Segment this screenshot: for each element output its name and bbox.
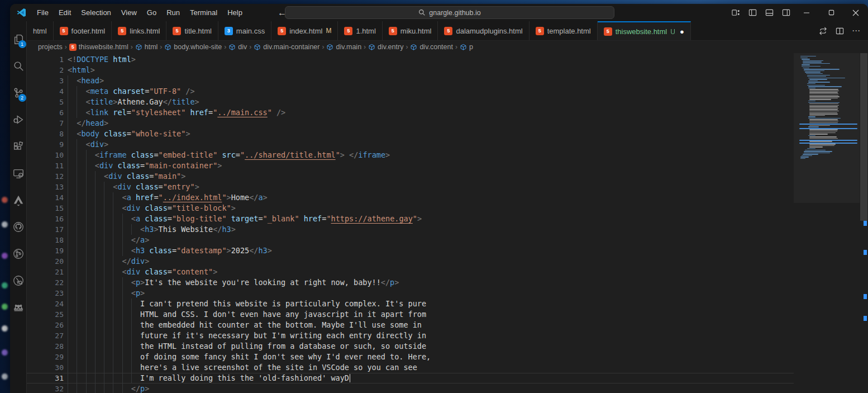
code-line-29[interactable]: of doing some fancy shit I don't see why… bbox=[68, 352, 794, 362]
line-number[interactable]: 5 bbox=[27, 97, 68, 107]
menu-file[interactable]: File bbox=[32, 4, 54, 21]
code-line-19[interactable]: <h3 class="datestamp">2025</h3> bbox=[68, 245, 794, 256]
line-number[interactable]: 16 bbox=[27, 214, 68, 224]
code-line-3[interactable]: <head> bbox=[68, 75, 794, 86]
line-number[interactable]: 21 bbox=[27, 267, 68, 277]
breadcrumb-item-div.main-container[interactable]: div.main-container bbox=[254, 43, 319, 51]
activity-item-search[interactable] bbox=[10, 53, 27, 79]
activity-item-explorer[interactable]: 1 bbox=[10, 26, 27, 53]
line-number[interactable]: 2 bbox=[27, 65, 68, 75]
minimize-button[interactable] bbox=[794, 4, 819, 21]
activity-item-custom-a-extension[interactable] bbox=[10, 187, 27, 214]
code-line-2[interactable]: <html> bbox=[68, 65, 794, 75]
code-region[interactable]: 1234567891011121314151617181920212223242… bbox=[27, 53, 794, 393]
code-line-27[interactable]: future if it's necessary but I'm writing… bbox=[68, 330, 794, 341]
code-line-11[interactable]: <div class="main-container"> bbox=[68, 160, 794, 171]
line-number[interactable]: 28 bbox=[27, 341, 68, 352]
code-line-21[interactable]: <div class="content"> bbox=[68, 267, 794, 277]
maximize-button[interactable] bbox=[819, 4, 843, 21]
code-line-13[interactable]: <div class="entry"> bbox=[68, 182, 794, 192]
code-line-15[interactable]: <div class="title-block"> bbox=[68, 203, 794, 214]
tab-footer.html[interactable]: 5footer.html bbox=[54, 21, 112, 40]
code-line-1[interactable]: <!DOCTYPE html> bbox=[68, 54, 794, 65]
breadcrumb-item-div.content[interactable]: div.content bbox=[410, 43, 453, 51]
minimap[interactable] bbox=[794, 53, 860, 393]
activity-item-source-control[interactable]: 2 bbox=[10, 79, 27, 106]
code-line-8[interactable]: <body class="whole-site"> bbox=[68, 129, 794, 139]
line-number[interactable]: 31 bbox=[27, 373, 68, 383]
line-number[interactable]: 8 bbox=[27, 129, 68, 139]
toggle-panel-icon[interactable] bbox=[761, 4, 778, 21]
line-number[interactable]: 30 bbox=[27, 362, 68, 373]
breadcrumb-item-html[interactable]: html bbox=[135, 43, 158, 51]
activity-item-extensions[interactable] bbox=[10, 133, 27, 160]
tab-index.html[interactable]: 5index.htmlM bbox=[271, 21, 338, 40]
line-number[interactable]: 20 bbox=[27, 256, 68, 267]
line-number-gutter[interactable]: 1234567891011121314151617181920212223242… bbox=[27, 53, 68, 393]
code-line-25[interactable]: HTML and CSS. I don't even have any java… bbox=[68, 309, 794, 320]
menu-go[interactable]: Go bbox=[142, 4, 161, 21]
menu-edit[interactable]: Edit bbox=[54, 4, 76, 21]
menu-selection[interactable]: Selection bbox=[76, 4, 116, 21]
line-number[interactable]: 3 bbox=[27, 75, 68, 86]
code-line-17[interactable]: <h3>This Website</h3> bbox=[68, 224, 794, 235]
code-line-12[interactable]: <div class="main"> bbox=[68, 171, 794, 182]
close-button[interactable] bbox=[843, 4, 868, 21]
code-line-23[interactable]: <p> bbox=[68, 288, 794, 299]
toggle-primary-sidebar-icon[interactable] bbox=[744, 4, 761, 21]
line-number[interactable]: 12 bbox=[27, 171, 68, 182]
line-number[interactable]: 19 bbox=[27, 245, 68, 256]
code-content[interactable]: <!DOCTYPE html><html><head><meta charset… bbox=[68, 53, 794, 393]
breadcrumb-item-div.entry[interactable]: div.entry bbox=[368, 43, 403, 51]
breadcrumb-item-div[interactable]: div bbox=[228, 43, 247, 51]
line-number[interactable]: 9 bbox=[27, 139, 68, 150]
code-line-30[interactable]: here's a live screenshot of the site in … bbox=[68, 362, 794, 373]
code-line-7[interactable]: </head> bbox=[68, 118, 794, 129]
unsaved-dot-icon[interactable]: ● bbox=[680, 27, 684, 36]
line-number[interactable]: 22 bbox=[27, 277, 68, 288]
code-line-10[interactable]: <iframe class="embed-title" src="../shar… bbox=[68, 150, 794, 160]
tab-1.html[interactable]: 51.html bbox=[338, 21, 382, 40]
line-number[interactable]: 14 bbox=[27, 192, 68, 203]
code-line-16[interactable]: <a class="blog-title" target="_blank" hr… bbox=[68, 214, 794, 224]
line-number[interactable]: 1 bbox=[27, 54, 68, 65]
menu-run[interactable]: Run bbox=[161, 4, 185, 21]
code-line-14[interactable]: <a href="../index.html">Home</a> bbox=[68, 192, 794, 203]
code-line-18[interactable]: </a> bbox=[68, 235, 794, 245]
line-number[interactable]: 15 bbox=[27, 203, 68, 214]
line-number[interactable]: 17 bbox=[27, 224, 68, 235]
code-line-6[interactable]: <link rel="stylesheet" href="../main.css… bbox=[68, 107, 794, 118]
breadcrumb-item-body.whole-site[interactable]: body.whole-site bbox=[164, 43, 222, 51]
breadcrumb-item-div.main[interactable]: div.main bbox=[326, 43, 361, 51]
tab-main.css[interactable]: 3main.css bbox=[218, 21, 271, 40]
command-center-search[interactable]: gnargle.github.io bbox=[285, 6, 614, 19]
open-changes-icon[interactable] bbox=[815, 23, 830, 38]
activity-item-run-debug[interactable] bbox=[10, 106, 27, 133]
editor-scrollbar[interactable] bbox=[860, 53, 868, 393]
line-number[interactable]: 13 bbox=[27, 182, 68, 192]
tab-dalamudplugins.html[interactable]: 5dalamudplugins.html bbox=[438, 21, 529, 40]
line-number[interactable]: 32 bbox=[27, 383, 68, 393]
code-line-22[interactable]: <p>It's the website you're looking at ri… bbox=[68, 277, 794, 288]
menu-view[interactable]: View bbox=[116, 4, 142, 21]
breadcrumb-item-p[interactable]: p bbox=[460, 43, 473, 51]
line-number[interactable]: 27 bbox=[27, 330, 68, 341]
tab-links.html[interactable]: 5links.html bbox=[112, 21, 166, 40]
breadcrumb-item-thiswebsite.html[interactable]: 5thiswebsite.html bbox=[69, 43, 128, 51]
code-line-32[interactable]: </p> bbox=[68, 383, 794, 393]
activity-item-github[interactable] bbox=[10, 214, 27, 240]
menu-terminal[interactable]: Terminal bbox=[185, 4, 222, 21]
split-editor-icon[interactable] bbox=[832, 23, 847, 38]
scrollbar-slider[interactable] bbox=[860, 53, 867, 221]
activity-item-remote-explorer[interactable] bbox=[10, 160, 27, 187]
line-number[interactable]: 24 bbox=[27, 299, 68, 309]
more-actions-icon[interactable]: ⋯ bbox=[849, 23, 864, 38]
line-number[interactable]: 25 bbox=[27, 309, 68, 320]
toggle-secondary-sidebar-icon[interactable] bbox=[778, 4, 794, 21]
line-number[interactable]: 4 bbox=[27, 86, 68, 97]
tab-template.html[interactable]: 5template.html bbox=[530, 21, 598, 40]
code-line-9[interactable]: <div> bbox=[68, 139, 794, 150]
line-number[interactable]: 11 bbox=[27, 160, 68, 171]
menu-help[interactable]: Help bbox=[222, 4, 247, 21]
code-line-26[interactable]: the embedded hit counter at the bottom. … bbox=[68, 320, 794, 330]
